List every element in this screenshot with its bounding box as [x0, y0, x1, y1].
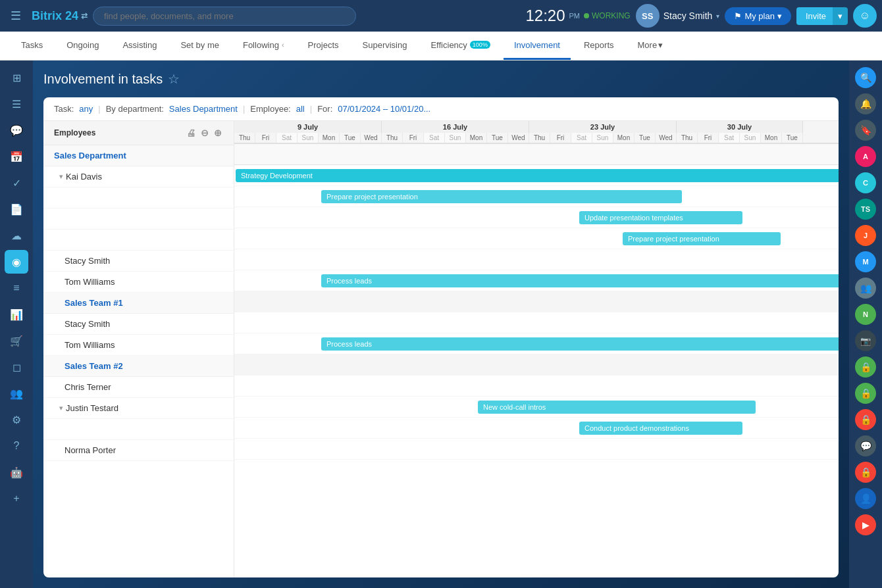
sidebar-icon-hr[interactable]: 👥 — [5, 381, 28, 405]
gantt-row-norma — [234, 439, 839, 460]
avatar-icon: A — [855, 146, 876, 167]
sidebar-icon-feed[interactable]: ☰ — [5, 92, 28, 116]
task-bar-conduct[interactable]: Conduct product demonstrations — [579, 422, 742, 435]
zoom-in-icon[interactable]: ⊕ — [213, 126, 223, 139]
my-plan-button[interactable]: ⚑ My plan ▾ — [725, 7, 791, 25]
sidebar-icon-settings[interactable]: ⚙ — [5, 408, 28, 431]
day-wed1: Wed — [361, 133, 382, 143]
gantt-row-chris — [234, 376, 839, 397]
working-dot — [584, 13, 589, 18]
task-bar-prepare2[interactable]: Prepare project presentation — [623, 232, 781, 245]
avatar-2-icon: J — [855, 225, 876, 246]
tab-assisting[interactable]: Assisting — [112, 32, 167, 60]
right-icon-lock1[interactable]: 🔒 — [854, 355, 877, 379]
avatar: SS — [636, 4, 660, 28]
right-avatar-4[interactable]: N — [854, 303, 877, 326]
tab-following[interactable]: Following ‹ — [232, 32, 295, 60]
tab-tasks[interactable]: Tasks — [11, 32, 53, 60]
day-thu2: Thu — [382, 133, 403, 143]
gantt-row-dept — [234, 144, 839, 165]
collapse-arrow-icon2[interactable]: ▾ — [59, 404, 63, 412]
hamburger-icon[interactable]: ☰ — [5, 6, 26, 26]
sidebar-icon-crm[interactable]: ≡ — [5, 276, 28, 300]
sidebar-icon-sites[interactable]: ◻ — [5, 355, 28, 379]
right-avatar-2[interactable]: J — [854, 224, 877, 247]
favorite-icon[interactable]: ☆ — [168, 71, 180, 87]
sidebar-icon-robot[interactable]: 🤖 — [5, 460, 28, 484]
tab-supervising[interactable]: Supervising — [352, 32, 418, 60]
task-bar-update[interactable]: Update presentation templates — [579, 211, 742, 224]
print-tool-icon[interactable]: 🖨 — [185, 126, 197, 139]
tab-more[interactable]: More ▾ — [627, 32, 674, 60]
task-filter-value[interactable]: any — [79, 104, 93, 114]
notifications-icon[interactable]: ☺ — [853, 4, 877, 28]
task-bar-process1[interactable]: Process leads — [321, 274, 839, 287]
invite-dropdown-button[interactable]: ▾ — [833, 7, 848, 25]
right-avatar-ts[interactable]: TS — [854, 197, 877, 221]
sidebar-icon-projects[interactable]: ◉ — [5, 250, 28, 274]
right-icon-video[interactable]: ▶ — [854, 513, 877, 537]
task-bar-process2[interactable]: Process leads — [321, 337, 839, 351]
search-input[interactable] — [93, 7, 356, 26]
week-label-9july: 9 July — [234, 121, 382, 133]
invite-button[interactable]: Invite — [796, 7, 835, 25]
tab-projects[interactable]: Projects — [298, 32, 350, 60]
for-filter-value[interactable]: 07/01/2024 – 10/01/20... — [338, 104, 430, 114]
tab-involvement[interactable]: Involvement — [504, 32, 571, 60]
gantt-row-stacy1 — [234, 249, 839, 270]
zoom-out-icon[interactable]: ⊖ — [199, 126, 210, 139]
time-suffix: PM — [569, 12, 581, 20]
week-days-9july: Thu Fri Sat Sun Mon Tue Wed — [234, 133, 382, 143]
avatar-ts-icon: TS — [855, 199, 876, 220]
sidebar-icon-analytics[interactable]: 📊 — [5, 303, 28, 326]
chevron-down-icon: ▾ — [777, 11, 782, 21]
right-avatar-3[interactable]: M — [854, 250, 877, 274]
sidebar-icon-chat[interactable]: 💬 — [5, 118, 28, 142]
settings-icon[interactable]: ⇄ — [81, 11, 88, 20]
day-fri1: Fri — [255, 133, 276, 143]
employee-row-justin: ▾ Justin Testard — [43, 398, 234, 419]
right-icon-bell[interactable]: 🔔 — [854, 92, 877, 116]
day-fri3: Fri — [550, 133, 571, 143]
right-icon-bookmark[interactable]: 🔖 — [854, 118, 877, 142]
group2-icon: 👤 — [855, 488, 876, 509]
sidebar-icon-shop[interactable]: 🛒 — [5, 329, 28, 353]
dept-row: Sales Department — [43, 145, 234, 166]
dept-filter-value[interactable]: Sales Department — [169, 104, 238, 114]
sidebar-icon-docs[interactable]: 📄 — [5, 197, 28, 221]
sidebar-icon-drive[interactable]: ☁ — [5, 224, 28, 247]
employee-row-chris: Chris Terner — [43, 377, 234, 398]
sidebar-icon-calendar[interactable]: 📅 — [5, 145, 28, 168]
tab-efficiency[interactable]: Efficiency 100% — [420, 32, 500, 60]
right-icon-camera[interactable]: 📷 — [854, 329, 877, 353]
gantt-container: Employees 🖨 ⊖ ⊕ Sales Department ▾ Kai D… — [43, 121, 839, 577]
task-bar-cold-call[interactable]: New cold-call intros — [478, 401, 756, 414]
right-icon-group2[interactable]: 👤 — [854, 487, 877, 510]
employee-filter-value[interactable]: all — [296, 104, 305, 114]
gantt-row-team2 — [234, 355, 839, 376]
day-tue2: Tue — [487, 133, 508, 143]
task-bar-strategy[interactable]: Strategy Development — [236, 169, 839, 182]
sidebar-icon-tasks[interactable]: ✓ — [5, 171, 28, 195]
employee-row-empty2 — [43, 208, 234, 230]
right-icon-group[interactable]: 👥 — [854, 276, 877, 300]
sidebar-icon-help[interactable]: ? — [5, 434, 28, 458]
task-bar-prepare1[interactable]: Prepare project presentation — [321, 190, 682, 203]
lock-red2-icon: 🔒 — [855, 462, 876, 483]
sidebar-icon-home[interactable]: ⊞ — [5, 66, 28, 89]
user-block[interactable]: SS Stacy Smith ▾ — [636, 4, 720, 28]
right-avatar-1[interactable]: A — [854, 145, 877, 168]
tab-reports[interactable]: Reports — [573, 32, 625, 60]
right-avatar-c[interactable]: C — [854, 171, 877, 195]
sidebar-icon-add[interactable]: + — [5, 487, 28, 510]
right-icon-chat[interactable]: 💬 — [854, 434, 877, 458]
right-icon-search[interactable]: 🔍 — [854, 66, 877, 89]
right-icon-lock3[interactable]: 🔒 — [854, 408, 877, 431]
right-icon-lock4[interactable]: 🔒 — [854, 460, 877, 484]
gantt-row-tom-team1: Process leads — [234, 333, 839, 355]
tab-ongoing[interactable]: Ongoing — [56, 32, 109, 60]
collapse-arrow-icon[interactable]: ▾ — [59, 172, 63, 181]
tab-set-by-me[interactable]: Set by me — [170, 32, 230, 60]
sidebar-left: ⊞ ☰ 💬 📅 ✓ 📄 ☁ ◉ ≡ 📊 🛒 ◻ 👥 ⚙ ? 🤖 + — [0, 61, 33, 588]
right-icon-lock2[interactable]: 🔒 — [854, 381, 877, 405]
